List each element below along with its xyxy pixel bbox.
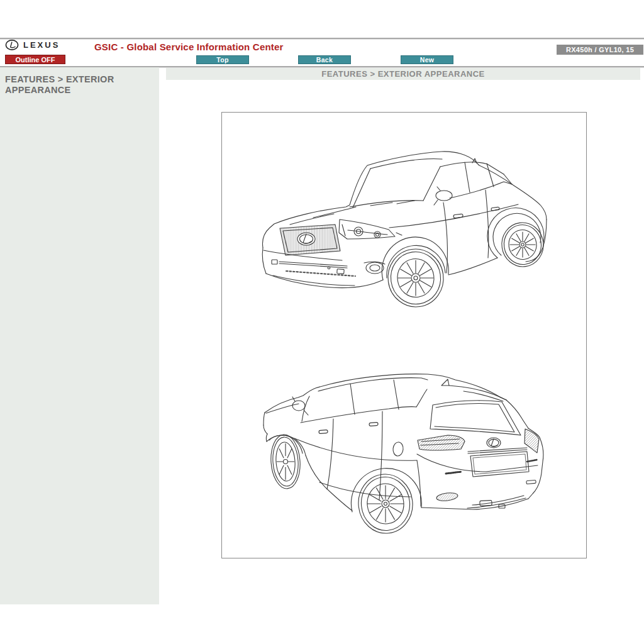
rear-reflector (436, 492, 458, 502)
taillight-right (525, 429, 539, 453)
shark-fin-antenna (441, 379, 449, 386)
rear-wheel (355, 472, 415, 536)
fog-light (366, 262, 384, 274)
model-badge: RX450h / GYL10, 15 (557, 45, 643, 55)
gsic-page: LEXUS GSIC - Global Service Information … (0, 0, 644, 644)
sidebar-breadcrumb[interactable]: FEATURES > EXTERIOR APPEARANCE (5, 74, 135, 96)
side-mirror (292, 401, 305, 411)
rear-window (430, 401, 521, 435)
rx450h-rear-three-quarter-line-art (258, 365, 559, 540)
rx450h-front-three-quarter-line-art (253, 144, 554, 319)
door-handle (319, 430, 328, 433)
new-button[interactable]: New (401, 55, 453, 64)
license-plate-recess (470, 452, 529, 477)
lexus-wordmark: LEXUS (23, 41, 60, 50)
fuel-door (392, 441, 404, 457)
door-handle (491, 207, 499, 211)
page-title: GSIC - Global Service Information Center (94, 42, 284, 52)
lexus-logo-icon (5, 39, 20, 51)
headlight (339, 219, 395, 239)
rx450h-badge-text (527, 460, 537, 462)
rear-wheel (499, 220, 546, 270)
door-handle (453, 214, 463, 218)
lexus-logo: LEXUS (5, 39, 60, 51)
sidebar: FEATURES > EXTERIOR APPEARANCE (0, 67, 159, 604)
taillight-left (418, 435, 465, 450)
side-mirror (436, 191, 452, 201)
lexus-badge-text (446, 472, 462, 474)
top-button[interactable]: Top (196, 55, 249, 64)
illustration-panel (221, 112, 587, 558)
content-heading: FEATURES > EXTERIOR APPEARANCE (166, 68, 640, 80)
rear-spoiler (449, 386, 506, 400)
back-button[interactable]: Back (298, 55, 351, 64)
outline-toggle-button[interactable]: Outline OFF (5, 55, 65, 64)
door-handle (369, 422, 378, 426)
header-top-divider (0, 38, 644, 39)
